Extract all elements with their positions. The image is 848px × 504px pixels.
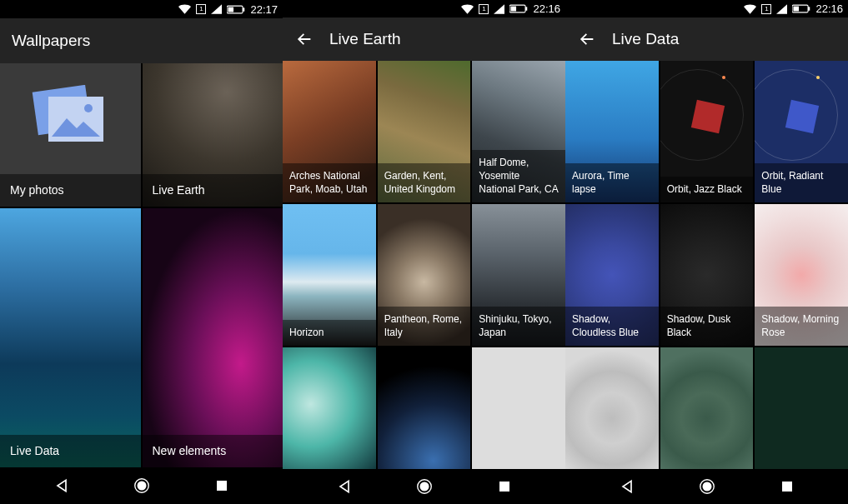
tile-label: Horizon [283, 320, 376, 345]
tile-label: My photos [0, 174, 141, 207]
wallpaper-tile[interactable]: Orbit, Jazz Black [660, 61, 754, 202]
page-title: Live Earth [329, 30, 401, 48]
tile-label: Arches National Park, Moab, Utah [283, 163, 376, 202]
wallpaper-tile[interactable]: Arches National Park, Moab, Utah [283, 61, 376, 202]
nav-bar [0, 467, 283, 504]
tile-label: Live Data [0, 435, 141, 467]
wallpaper-tile[interactable]: Shadow, Dusk Black [660, 204, 754, 346]
category-live-data[interactable]: Live Data [0, 208, 141, 467]
signal-icon [776, 4, 787, 14]
nav-home-button[interactable] [132, 476, 152, 496]
wallpaper-tile[interactable] [565, 347, 659, 469]
category-my-photos[interactable]: My photos [0, 63, 141, 207]
tile-label: Pantheon, Rome, Italy [378, 307, 471, 345]
signal-icon [494, 4, 504, 14]
nav-back-button[interactable] [334, 477, 354, 497]
tile-label: Aurora, Time lapse [565, 163, 659, 202]
svg-rect-17 [809, 7, 810, 10]
wallpaper-tile[interactable] [283, 347, 376, 469]
svg-point-20 [702, 482, 711, 492]
svg-rect-1 [243, 7, 245, 11]
wallpaper-tile[interactable] [378, 347, 471, 469]
nav-home-button[interactable] [697, 477, 717, 497]
wifi-icon [461, 4, 474, 14]
screen-live-earth: 1 22:16 Live Earth Arches National Park,… [283, 0, 565, 504]
tile-label: Live Earth [143, 174, 284, 207]
svg-point-14 [419, 482, 429, 492]
tile-label: Shadow, Cloudless Blue [565, 307, 659, 345]
wallpaper-tile[interactable] [660, 347, 754, 469]
tile-label: Shadow, Dusk Black [660, 307, 754, 345]
sim-icon: 1 [761, 4, 771, 14]
page-title: Live Data [612, 30, 679, 48]
svg-rect-2 [228, 7, 234, 12]
status-bar: 1 22:17 [0, 0, 283, 18]
screen-wallpapers: 1 22:17 Wallpapers [0, 0, 283, 504]
gallery-icon [28, 85, 112, 157]
wallpaper-tile[interactable] [755, 347, 848, 469]
status-time: 22:17 [250, 3, 278, 16]
wallpaper-tile[interactable]: Orbit, Radiant Blue [755, 61, 848, 202]
svg-rect-9 [217, 481, 227, 491]
svg-point-6 [84, 104, 93, 112]
tile-label: Garden, Kent, United Kingdom [378, 163, 471, 202]
tile-label: Shadow, Morning Rose [755, 307, 848, 345]
nav-recent-button[interactable] [212, 476, 232, 496]
wallpaper-tile[interactable]: Aurora, Time lapse [565, 61, 659, 202]
wallpaper-tile[interactable]: Shinjuku, Tokyo, Japan [472, 204, 565, 346]
battery-icon [227, 5, 245, 14]
wallpaper-tile[interactable]: Garden, Kent, United Kingdom [378, 61, 471, 202]
svg-rect-12 [511, 7, 517, 12]
wallpaper-tile[interactable]: Pantheon, Rome, Italy [378, 204, 471, 346]
nav-recent-button[interactable] [494, 477, 514, 497]
app-bar: Live Data [565, 17, 848, 61]
app-bar: Live Earth [283, 17, 565, 61]
page-title: Wallpapers [12, 32, 90, 50]
wallpaper-tile[interactable]: Horizon [283, 204, 376, 346]
svg-rect-15 [499, 482, 509, 492]
svg-point-8 [137, 482, 146, 491]
battery-icon [792, 4, 810, 13]
wallpaper-tile[interactable] [472, 347, 565, 469]
nav-bar [283, 469, 565, 504]
signal-icon [211, 4, 222, 14]
back-button[interactable] [577, 29, 597, 49]
status-time: 22:16 [815, 2, 843, 15]
nav-home-button[interactable] [414, 477, 434, 497]
tile-label: Orbit, Radiant Blue [755, 163, 848, 202]
wifi-icon [744, 4, 756, 14]
svg-rect-21 [782, 482, 792, 492]
tile-label: Orbit, Jazz Black [660, 177, 754, 202]
app-bar: Wallpapers [0, 18, 283, 63]
nav-back-button[interactable] [52, 476, 72, 496]
wallpaper-tile[interactable]: Half Dome, Yosemite National Park, CA [472, 61, 565, 202]
tile-label: New elements [143, 435, 284, 467]
category-new-elements[interactable]: New elements [143, 208, 284, 467]
battery-icon [509, 4, 528, 13]
wallpaper-tile[interactable]: Shadow, Cloudless Blue [565, 204, 659, 346]
tile-label: Shinjuku, Tokyo, Japan [472, 307, 565, 345]
status-bar: 1 22:16 [283, 0, 565, 17]
sim-icon: 1 [196, 4, 206, 14]
back-button[interactable] [294, 29, 314, 49]
status-bar: 1 22:16 [565, 0, 848, 17]
status-time: 22:16 [533, 2, 560, 15]
screen-live-data: 1 22:16 Live Data Aurora, Time lapse Orb… [565, 0, 848, 504]
category-live-earth[interactable]: Live Earth [143, 63, 284, 207]
nav-recent-button[interactable] [777, 477, 797, 497]
nav-back-button[interactable] [617, 477, 637, 497]
tile-label: Half Dome, Yosemite National Park, CA [472, 150, 565, 202]
svg-rect-18 [794, 7, 800, 12]
nav-bar [565, 469, 848, 504]
wifi-icon [178, 4, 191, 14]
svg-rect-11 [526, 7, 528, 10]
sim-icon: 1 [479, 4, 489, 14]
wallpaper-tile[interactable]: Shadow, Morning Rose [755, 204, 848, 346]
